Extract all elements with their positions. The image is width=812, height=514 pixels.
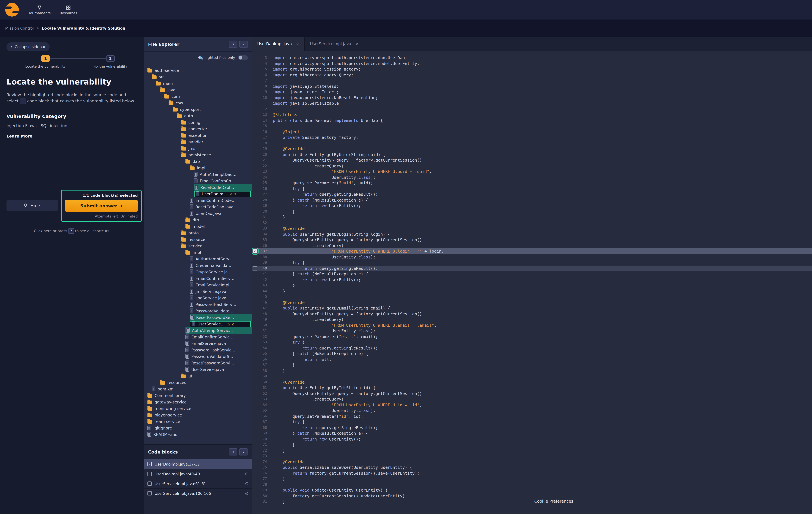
- editor-tab[interactable]: UserServiceImpl.java×: [305, 37, 364, 51]
- nav-item-tournaments[interactable]: Tournaments: [29, 5, 51, 15]
- tree-item[interactable]: exception: [144, 132, 252, 139]
- learn-more-link[interactable]: Learn More: [6, 134, 32, 138]
- tree-item[interactable]: README.md: [144, 431, 252, 438]
- code-block-checkbox[interactable]: [147, 482, 152, 486]
- tree-item[interactable]: dto: [144, 217, 252, 223]
- tree-item[interactable]: dao: [144, 158, 252, 165]
- tree-item[interactable]: CommonLibrary: [144, 393, 252, 399]
- code-block-checkbox[interactable]: ✓: [147, 462, 152, 466]
- tree-item[interactable]: auth-service: [144, 67, 252, 74]
- tree-item[interactable]: ResetPasswordServi…: [144, 360, 252, 367]
- line-select-checkbox[interactable]: ✓: [253, 249, 257, 253]
- tree-item[interactable]: csw: [144, 100, 252, 106]
- tree-item[interactable]: UserDao.java: [144, 210, 252, 217]
- tree-item[interactable]: CryptoService.ja…: [144, 269, 252, 275]
- tree-item[interactable]: EmailConfirmServ…: [144, 275, 252, 282]
- tree-item[interactable]: JmsService.java: [144, 288, 252, 295]
- breadcrumb-item[interactable]: Mission Control: [5, 26, 34, 30]
- tree-item[interactable]: impl: [144, 249, 252, 256]
- tree-item[interactable]: java: [144, 87, 252, 93]
- tree-item[interactable]: model: [144, 223, 252, 230]
- tree-item[interactable]: ResetCodeDaoI…: [194, 184, 252, 191]
- highlighted-code-line[interactable]: 40 return query.getSingleResult();: [252, 266, 812, 271]
- tree-item[interactable]: UserService…⚠ 2: [190, 321, 251, 327]
- tree-item[interactable]: CredentialValida…: [144, 262, 252, 269]
- prev-block-button[interactable]: ∧: [229, 448, 237, 456]
- editor-tab[interactable]: UserDaoImpl.java×: [252, 37, 305, 51]
- tree-item[interactable]: AuthAttemptServic…: [185, 327, 252, 334]
- code-block-checkbox[interactable]: [147, 491, 152, 495]
- next-highlight-button[interactable]: ∨: [239, 40, 248, 48]
- code-block-row[interactable]: UserDaoImpl.java:40-40∅: [144, 469, 252, 479]
- code-block-row[interactable]: UserServiceImpl.java:106-106∅: [144, 489, 252, 498]
- tree-item[interactable]: PasswordHashServic…: [144, 347, 252, 353]
- file-icon: [190, 211, 193, 216]
- tree-item[interactable]: EmailConfirmCo…: [144, 178, 252, 184]
- app-logo-icon[interactable]: [5, 3, 19, 17]
- tree-item[interactable]: EmailConfirmCode…: [144, 197, 252, 204]
- tree-item[interactable]: .gitignore: [144, 425, 252, 431]
- tree-item[interactable]: gateway-service: [144, 399, 252, 405]
- gutter: [252, 260, 259, 266]
- tree-item[interactable]: com: [144, 93, 252, 100]
- tree-item[interactable]: team-service: [144, 418, 252, 425]
- tree-item[interactable]: monitoring-service: [144, 405, 252, 412]
- tree-item[interactable]: proto: [144, 230, 252, 236]
- tree-item[interactable]: pom.xml: [144, 386, 252, 393]
- gutter: [252, 430, 259, 436]
- tree-item[interactable]: ResetPasswordSe…: [190, 315, 252, 321]
- tree-item[interactable]: impl: [144, 165, 252, 171]
- tree-item[interactable]: config: [144, 119, 252, 126]
- tree-item-label: AuthAttemptServi…: [196, 257, 234, 262]
- tree-item[interactable]: UserDaoIm…⚠ 2: [194, 191, 251, 197]
- line-number: 32: [259, 221, 267, 225]
- tree-item[interactable]: EmailService.java: [144, 341, 252, 347]
- tree-item[interactable]: service: [144, 243, 252, 249]
- tree-item[interactable]: persistence: [144, 152, 252, 158]
- prev-highlight-button[interactable]: ∧: [229, 40, 237, 48]
- submit-answer-button[interactable]: Submit answer →: [65, 200, 138, 212]
- tree-item[interactable]: PasswordValidato…: [144, 308, 252, 315]
- tree-item[interactable]: util: [144, 373, 252, 379]
- tree-item[interactable]: EmailServiceImpl…: [144, 282, 252, 288]
- highlighted-files-toggle[interactable]: [238, 55, 248, 60]
- code-block-checkbox[interactable]: [147, 472, 152, 476]
- tree-item[interactable]: main: [144, 80, 252, 87]
- tree-item[interactable]: PasswordHashServ…: [144, 301, 252, 308]
- main-nav: TournamentsResources: [29, 5, 77, 15]
- file-icon: [190, 296, 193, 300]
- tree-item[interactable]: jms: [144, 145, 252, 152]
- line-select-checkbox[interactable]: [253, 266, 257, 270]
- tree-item[interactable]: auth: [144, 113, 252, 119]
- line-number: 79: [259, 488, 267, 492]
- tree-item[interactable]: player-service: [144, 412, 252, 418]
- tree-item[interactable]: cybersport: [144, 106, 252, 113]
- tree-item[interactable]: ResetCodeDao.java: [144, 204, 252, 210]
- cookie-preferences-link[interactable]: Cookie Preferences: [534, 499, 573, 504]
- line-number: 3: [259, 56, 267, 60]
- tree-item[interactable]: resources: [144, 379, 252, 386]
- tree-item[interactable]: converter: [144, 126, 252, 132]
- tree-item[interactable]: handler: [144, 139, 252, 145]
- tree-item[interactable]: AuthAttemptDao…: [144, 171, 252, 178]
- close-tab-icon[interactable]: ×: [355, 42, 358, 46]
- close-tab-icon[interactable]: ×: [296, 42, 299, 46]
- tree-item[interactable]: LogService.java: [144, 295, 252, 301]
- nav-item-resources[interactable]: Resources: [60, 5, 77, 15]
- folder-icon: [147, 394, 152, 398]
- collapse-sidebar-button[interactable]: ‹ Collapse sidebar: [6, 42, 50, 51]
- tree-item[interactable]: src: [144, 74, 252, 80]
- line-number: 52: [259, 334, 267, 339]
- tree-item[interactable]: UserService.java: [144, 367, 252, 373]
- code-block-row[interactable]: UserServiceImpl.java:61-61∅: [144, 479, 252, 489]
- highlighted-code-line[interactable]: ✓37 "FROM UserEntity U WHERE U.login = '…: [252, 248, 812, 254]
- tree-item[interactable]: resource: [144, 236, 252, 243]
- line-number: 4: [259, 61, 267, 66]
- tree-item[interactable]: PasswordValidatorS…: [144, 353, 252, 360]
- hints-button[interactable]: Hints: [6, 199, 58, 211]
- next-block-button[interactable]: ∨: [239, 448, 248, 456]
- shortcuts-hint[interactable]: Click here or press ? to see all shortcu…: [0, 228, 144, 234]
- tree-item[interactable]: AuthAttemptServi…: [144, 256, 252, 262]
- code-block-row[interactable]: ✓UserDaoImpl.java:37-37: [144, 459, 252, 469]
- tree-item[interactable]: EmailConfirmServic…: [144, 334, 252, 341]
